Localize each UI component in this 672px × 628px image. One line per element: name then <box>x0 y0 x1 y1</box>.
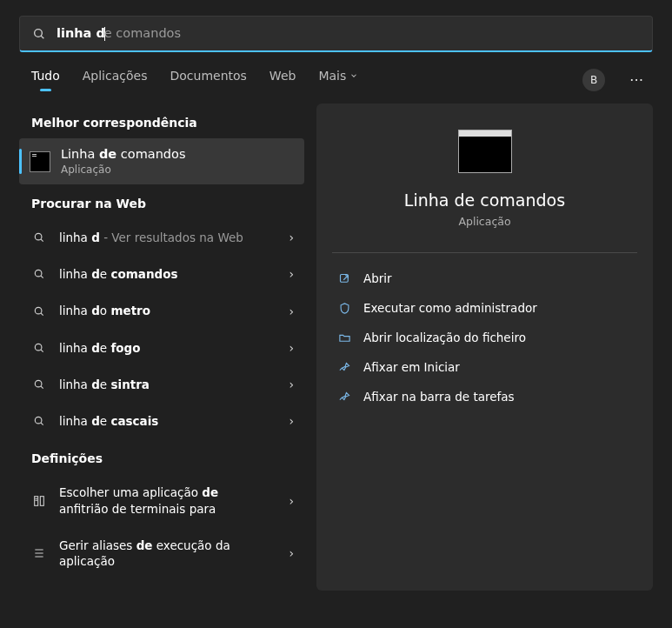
action-run-admin[interactable]: Executar como administrador <box>330 293 639 323</box>
web-result-text: linha de fogo <box>59 340 276 356</box>
settings-result-item[interactable]: Escolher uma aplicação deanfitrião de te… <box>19 474 306 526</box>
tab-more[interactable]: Mais <box>318 69 358 91</box>
best-match-subtitle: Aplicação <box>61 164 186 176</box>
best-match-title: Linha de comandos <box>61 147 186 161</box>
section-settings: Definições <box>19 439 306 474</box>
web-result-item[interactable]: linha de cascais › <box>19 403 306 439</box>
pin-icon <box>337 391 351 404</box>
action-pin-start[interactable]: Afixar em Iniciar <box>330 352 639 382</box>
svg-line-5 <box>41 276 43 278</box>
search-icon <box>31 342 47 354</box>
chevron-right-icon: › <box>289 304 294 318</box>
section-web-search: Procurar na Web <box>19 184 306 219</box>
web-result-item[interactable]: linha de comandos › <box>19 256 306 292</box>
filter-tabs: Tudo Aplicações Documentos Web Mais B ⋯ <box>0 52 672 91</box>
section-best-match: Melhor correspondência <box>19 104 306 138</box>
command-prompt-icon <box>458 130 512 173</box>
preview-pane: Linha de comandos Aplicação Abrir Execut… <box>316 104 653 591</box>
svg-point-2 <box>35 233 42 240</box>
web-result-text: linha de comandos <box>59 266 276 282</box>
web-result-item[interactable]: linha do metro › <box>19 292 306 329</box>
search-input[interactable]: linha de comandos <box>57 26 181 41</box>
action-pin-taskbar[interactable]: Afixar na barra de tarefas <box>330 382 639 411</box>
tab-all[interactable]: Tudo <box>31 69 60 91</box>
svg-line-11 <box>41 386 43 389</box>
user-avatar[interactable]: B <box>582 69 605 91</box>
chevron-down-icon <box>349 71 358 80</box>
search-icon <box>32 27 46 41</box>
web-result-item[interactable]: linha de sintra › <box>19 366 306 403</box>
svg-point-4 <box>35 271 42 277</box>
web-result-text: linha de cascais <box>59 413 276 429</box>
svg-point-6 <box>35 307 42 314</box>
web-result-item[interactable]: linha de fogo › <box>19 330 306 366</box>
svg-line-7 <box>41 312 43 315</box>
svg-point-0 <box>35 29 43 37</box>
settings-item-icon <box>31 546 47 560</box>
search-icon <box>31 231 47 244</box>
divider <box>332 252 637 253</box>
svg-point-8 <box>35 344 42 351</box>
svg-line-1 <box>41 36 43 38</box>
search-icon <box>31 378 47 391</box>
chevron-right-icon: › <box>289 546 294 560</box>
settings-item-icon <box>31 494 47 508</box>
action-open[interactable]: Abrir <box>330 264 639 293</box>
search-icon <box>31 415 47 427</box>
folder-icon <box>337 331 351 344</box>
settings-result-text: Escolher uma aplicação deanfitrião de te… <box>59 484 276 516</box>
search-icon <box>31 305 47 317</box>
svg-point-10 <box>35 380 42 387</box>
command-prompt-icon <box>30 151 50 172</box>
chevron-right-icon: › <box>289 377 294 391</box>
more-options-button[interactable]: ⋯ <box>628 68 646 91</box>
chevron-right-icon: › <box>289 230 294 244</box>
svg-line-13 <box>41 423 43 425</box>
svg-rect-14 <box>35 496 38 505</box>
svg-line-3 <box>41 239 43 242</box>
tab-apps[interactable]: Aplicações <box>83 69 148 91</box>
action-open-location[interactable]: Abrir localização do ficheiro <box>330 323 639 352</box>
svg-rect-15 <box>40 496 43 505</box>
chevron-right-icon: › <box>289 494 294 508</box>
tab-web[interactable]: Web <box>269 69 296 91</box>
chevron-right-icon: › <box>289 267 294 281</box>
search-icon <box>31 268 47 280</box>
settings-result-item[interactable]: Gerir aliases de execução daaplicação › <box>19 527 306 579</box>
web-result-text: linha do metro <box>59 303 276 318</box>
pin-icon <box>337 361 351 374</box>
chevron-right-icon: › <box>289 414 294 428</box>
chevron-right-icon: › <box>289 341 294 355</box>
preview-title: Linha de comandos <box>330 190 639 210</box>
preview-subtitle: Aplicação <box>330 215 639 228</box>
svg-line-9 <box>41 350 43 352</box>
settings-result-text: Gerir aliases de execução daaplicação <box>59 538 276 569</box>
best-match-result[interactable]: Linha de comandos Aplicação <box>19 138 304 184</box>
search-bar[interactable]: linha de comandos <box>19 16 653 52</box>
web-result-text: linha d - Ver resultados na Web <box>59 230 276 245</box>
tab-documents[interactable]: Documentos <box>170 69 246 91</box>
open-icon <box>337 272 351 285</box>
svg-point-12 <box>35 418 42 424</box>
shield-icon <box>337 302 351 315</box>
web-result-text: linha de sintra <box>59 377 276 392</box>
web-result-item[interactable]: linha d - Ver resultados na Web › <box>19 219 306 256</box>
